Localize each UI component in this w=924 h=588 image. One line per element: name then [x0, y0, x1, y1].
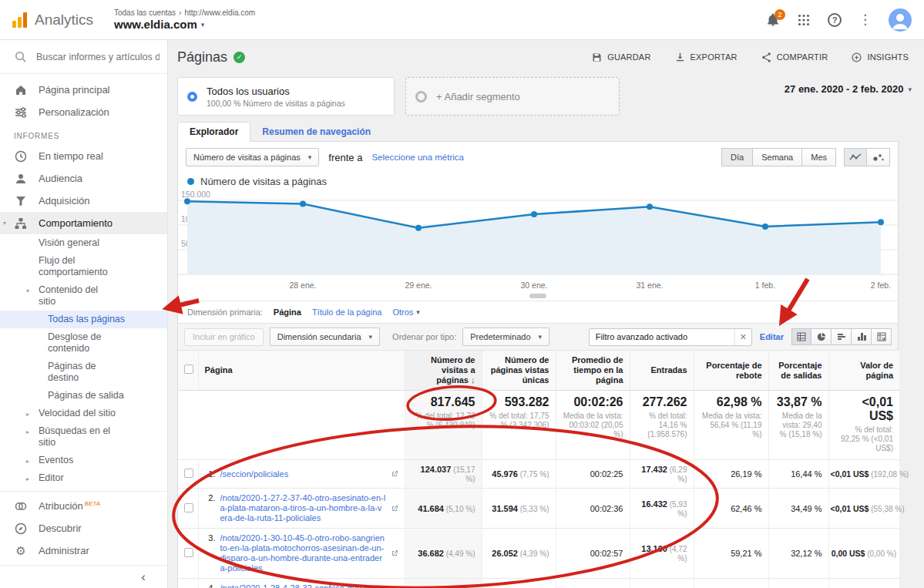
table-summary-row: 817.645 % del total: 12,72 % (6.430.949)…	[178, 391, 899, 460]
sidebar-item-experiments[interactable]: Experimentos	[0, 487, 167, 491]
comparison-view-button[interactable]	[852, 328, 872, 345]
sidebar-item-exit-pages[interactable]: Páginas de salida	[0, 387, 167, 405]
sort-type-dropdown[interactable]: Predeterminado ▾	[462, 328, 549, 346]
row-checkbox-cell	[178, 460, 198, 489]
page-link[interactable]: /nota/2020-1-27-2-37-40-otro-asesinato-e…	[220, 493, 386, 523]
analytics-logo[interactable]: Analytics	[0, 11, 102, 29]
metric-selector-dropdown[interactable]: Número de visitas a páginas ▾	[186, 148, 319, 166]
sidebar-item-all-pages[interactable]: Todas las páginas	[0, 311, 167, 328]
collapsed-caret-icon[interactable]: ▸	[26, 408, 29, 420]
sidebar-collapse-button[interactable]: ‹	[0, 565, 167, 588]
page-value-cell: <0,01 US$ (55,38 %)	[828, 489, 899, 529]
column-header-page[interactable]: Página	[198, 351, 405, 391]
column-header-unique-pageviews[interactable]: Número de páginas vistas únicas	[482, 351, 556, 391]
line-chart-view-button[interactable]	[844, 148, 867, 166]
edit-filter-link[interactable]: Editar	[760, 332, 784, 341]
line-chart-icon	[849, 153, 862, 162]
row-checkbox[interactable]	[184, 548, 193, 557]
expand-caret-icon[interactable]: ▾	[3, 220, 6, 227]
sidebar-item-discover[interactable]: Descubrir	[0, 517, 167, 539]
sidebar-item-customization[interactable]: Personalización	[0, 101, 167, 123]
plot-rows-button[interactable]: Incluir en gráfico	[184, 328, 264, 346]
unique-pageviews-cell: 45.976 (7,75 %)	[482, 460, 556, 489]
secondary-dimension-dropdown[interactable]: Dimensión secundaria ▾	[270, 328, 380, 346]
select-all-checkbox[interactable]	[184, 365, 193, 374]
more-options-button[interactable]: ⋮	[858, 12, 872, 28]
percentage-view-button[interactable]	[811, 328, 832, 345]
sidebar-item-site-content[interactable]: ▾ Contenido del sitio	[0, 281, 167, 311]
external-link-icon[interactable]	[391, 549, 398, 557]
data-table-view-button[interactable]	[791, 328, 811, 345]
dimension-page-title[interactable]: Título de la página	[312, 307, 382, 317]
page-title: Páginas ✓	[177, 49, 245, 66]
user-avatar[interactable]	[889, 8, 912, 32]
granularity-week-button[interactable]: Semana	[753, 148, 802, 166]
tab-navigation-summary[interactable]: Resumen de navegación	[250, 123, 382, 142]
save-button[interactable]: GUARDAR	[591, 52, 650, 63]
column-header-page-value[interactable]: Valor de página	[828, 351, 899, 391]
pivot-view-button[interactable]	[872, 328, 892, 345]
sidebar-item-site-search[interactable]: ▸ Búsquedas en el sitio	[0, 422, 167, 452]
apps-grid-button[interactable]	[797, 13, 811, 27]
sidebar-item-content-drilldown[interactable]: Desglose de contenido	[0, 328, 167, 358]
clear-filter-button[interactable]: ✕	[734, 329, 751, 345]
row-checkbox[interactable]	[184, 469, 193, 478]
external-link-glyph	[391, 549, 398, 557]
column-header-avg-time[interactable]: Promedio de tiempo en la página	[556, 351, 630, 391]
add-segment-button[interactable]: + Añadir segmento	[405, 77, 620, 116]
share-button[interactable]: COMPARTIR	[761, 52, 828, 63]
sidebar-item-attribution[interactable]: AtribuciónBETA	[0, 495, 167, 517]
tab-explorer[interactable]: Explorador	[177, 122, 250, 142]
dimension-others-dropdown[interactable]: Otros ▾	[392, 307, 419, 317]
metric-percent: (6,29 %)	[667, 465, 687, 483]
date-range-picker[interactable]: 27 ene. 2020 - 2 feb. 2020 ▾	[785, 77, 912, 95]
external-link-icon[interactable]	[391, 470, 398, 478]
table-icon	[797, 332, 806, 341]
insights-button[interactable]: INSIGHTS	[851, 52, 909, 63]
chart-resize-handle[interactable]	[529, 294, 546, 298]
sidebar-item-publisher[interactable]: ▸ Editor	[0, 469, 167, 487]
sidebar-item-behavior[interactable]: ▾ Comportamiento	[0, 212, 167, 234]
granularity-month-button[interactable]: Mes	[802, 148, 836, 166]
sidebar-item-behavior-overview[interactable]: Visión general	[0, 234, 167, 252]
segments-row: Todos los usuarios 100,00 % Número de vi…	[168, 74, 924, 122]
row-checkbox[interactable]	[184, 503, 193, 512]
granularity-day-button[interactable]: Día	[721, 148, 753, 166]
segment-all-users[interactable]: Todos los usuarios 100,00 % Número de vi…	[177, 77, 395, 116]
help-button[interactable]: ?	[828, 13, 842, 27]
column-header-entrances[interactable]: Entradas	[630, 351, 694, 391]
page-link[interactable]: /nota/2020-1-30-10-45-0-otro-robo-sangri…	[220, 533, 386, 573]
sidebar-item-events[interactable]: ▸ Eventos	[0, 452, 167, 469]
external-link-icon[interactable]	[391, 505, 398, 512]
notifications-button[interactable]: 2	[766, 13, 780, 27]
collapsed-caret-icon[interactable]: ▸	[26, 473, 29, 485]
sidebar-item-acquisition[interactable]: Adquisición	[0, 190, 167, 212]
bubble-chart-view-button[interactable]	[867, 148, 890, 166]
page-link[interactable]: /seccion/policiales	[220, 469, 289, 479]
collapsed-caret-icon[interactable]: ▸	[26, 455, 29, 467]
table-toolbar: Incluir en gráfico Dimensión secundaria …	[178, 323, 898, 351]
page-value-cell: <0,01 US$ (192,08 %)	[828, 460, 899, 489]
page-link[interactable]: /nota/2020-1-28-4-28-32-confeso-que-mato…	[220, 583, 386, 588]
sidebar-item-landing-pages[interactable]: Páginas de destino	[0, 358, 167, 387]
sidebar-item-realtime[interactable]: En tiempo real	[0, 145, 167, 167]
dimension-page[interactable]: Página	[274, 307, 301, 317]
metric-percent: (0,00 %)	[865, 549, 896, 558]
column-header-bounce-rate[interactable]: Porcentaje de rebote	[694, 351, 768, 391]
column-header-pageviews[interactable]: Número de visitas a páginas ↓	[405, 351, 482, 391]
sidebar-item-audience[interactable]: Audiencia	[0, 167, 167, 190]
sidebar-item-home[interactable]: Página principal	[0, 79, 167, 101]
account-selector[interactable]: Todas las cuentas › http://www.eldia.com…	[114, 8, 255, 31]
select-metric-link[interactable]: Seleccione una métrica	[371, 153, 464, 162]
search-input[interactable]	[36, 52, 160, 62]
expand-caret-icon[interactable]: ▾	[26, 285, 29, 297]
sidebar-item-behavior-flow[interactable]: Flujo del comportamiento	[0, 252, 167, 281]
column-header-exit-rate[interactable]: Porcentaje de salidas	[768, 351, 828, 391]
sidebar-search[interactable]	[0, 40, 167, 74]
export-button[interactable]: EXPORTAR	[674, 52, 738, 63]
collapsed-caret-icon[interactable]: ▸	[26, 426, 29, 438]
sidebar-item-admin[interactable]: ⚙ Administrar	[0, 539, 167, 562]
segment-circle-icon	[187, 92, 197, 102]
performance-view-button[interactable]	[832, 328, 852, 345]
sidebar-item-site-speed[interactable]: ▸ Velocidad del sitio	[0, 405, 167, 422]
